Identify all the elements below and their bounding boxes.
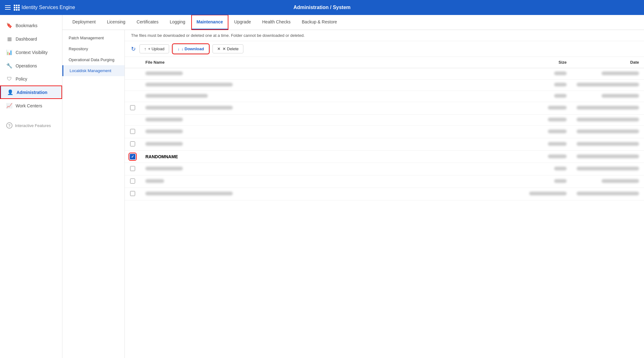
row-filename-3 (140, 91, 524, 102)
tab-logging[interactable]: Logging (165, 15, 190, 30)
delete-button[interactable]: ✕ ✕ Delete (212, 44, 243, 53)
row-date-2 (572, 80, 644, 91)
file-checkbox[interactable] (130, 179, 135, 184)
operations-icon: 🔧 (6, 63, 12, 69)
col-header-filename: File Name (140, 57, 524, 68)
sidebar-item-interactive-features[interactable]: ? Interactive Features (0, 119, 62, 132)
row-date-10 (572, 175, 644, 188)
interactive-features-label: Interactive Features (15, 123, 51, 128)
row-size-11 (524, 188, 572, 200)
table-row (125, 68, 644, 80)
content-area: Patch Management Repository Operational … (62, 30, 644, 358)
sidebar-label-bookmarks: Bookmarks (16, 23, 37, 28)
row-size-3 (524, 91, 572, 102)
file-checkbox[interactable] (130, 105, 135, 110)
cisco-dots-icon (14, 5, 20, 11)
download-button[interactable]: ↓ ↓ Download (173, 44, 209, 53)
submenu-operational-data-purging[interactable]: Operational Data Purging (62, 54, 124, 65)
sidebar-item-policy[interactable]: 🛡 Policy (0, 72, 62, 86)
row-check-1 (125, 68, 140, 80)
sub-menu: Patch Management Repository Operational … (62, 30, 125, 358)
row-check-3 (125, 91, 140, 102)
tab-backup-restore[interactable]: Backup & Restore (297, 15, 342, 30)
row-filename-7 (140, 138, 524, 151)
refresh-icon[interactable]: ↻ (131, 46, 136, 52)
row-filename-1 (140, 68, 524, 80)
sidebar-label-dashboard: Dashboard (16, 37, 37, 42)
row-size-5 (524, 115, 572, 126)
row-filename-9 (140, 163, 524, 175)
delete-label: ✕ Delete (222, 47, 239, 51)
info-bar: The files must be downloaded or deleted … (125, 30, 644, 41)
row-date-11 (572, 188, 644, 200)
row-size-7 (524, 138, 572, 151)
table-row (125, 80, 644, 91)
row-date-randomname (572, 151, 644, 163)
row-filename-11 (140, 188, 524, 200)
table-row (125, 126, 644, 138)
row-check-4[interactable] (125, 102, 140, 115)
sidebar: 🔖 Bookmarks ▦ Dashboard 📊 Context Visibi… (0, 15, 62, 358)
sidebar-label-work-centers: Work Centers (16, 103, 42, 108)
row-size-randomname (524, 151, 572, 163)
tab-health-checks[interactable]: Health Checks (257, 15, 295, 30)
upload-button[interactable]: ↑ + Upload (139, 44, 169, 53)
file-checkbox[interactable] (130, 129, 135, 134)
sidebar-item-administration[interactable]: 👤 Administration (0, 86, 62, 99)
row-filename-randomname: RANDOMNAME (140, 151, 524, 163)
sidebar-label-policy: Policy (16, 76, 27, 81)
row-check-6[interactable] (125, 126, 140, 138)
row-date-4 (572, 102, 644, 115)
toolbar: ↻ ↑ + Upload ↓ ↓ Download ✕ ✕ Delete (125, 41, 644, 57)
row-check-11[interactable] (125, 188, 140, 200)
sidebar-item-work-centers[interactable]: 📈 Work Centers (0, 99, 62, 112)
file-panel: The files must be downloaded or deleted … (125, 30, 644, 358)
table-row (125, 175, 644, 188)
col-header-check (125, 57, 140, 68)
row-check-randomname[interactable] (125, 151, 140, 163)
row-date-9 (572, 163, 644, 175)
file-checkbox[interactable] (130, 191, 135, 196)
page-breadcrumb: Administration / System (216, 5, 427, 10)
checked-checkbox[interactable] (130, 154, 135, 159)
row-filename-5 (140, 115, 524, 126)
row-size-2 (524, 80, 572, 91)
context-visibility-icon: 📊 (6, 49, 12, 55)
tab-maintenance[interactable]: Maintenance (192, 15, 228, 30)
top-nav: Identity Services Engine Administration … (0, 0, 644, 15)
administration-icon: 👤 (7, 89, 13, 95)
submenu-patch-management[interactable]: Patch Management (62, 32, 124, 43)
row-check-10[interactable] (125, 175, 140, 188)
submenu-repository[interactable]: Repository (62, 43, 124, 54)
tab-licensing[interactable]: Licensing (102, 15, 130, 30)
file-checkbox[interactable] (130, 141, 135, 146)
row-check-7[interactable] (125, 138, 140, 151)
col-header-date: Date (572, 57, 644, 68)
sidebar-label-context-visibility: Context Visibility (16, 50, 47, 55)
delete-icon: ✕ (217, 47, 221, 51)
row-filename-10 (140, 175, 524, 188)
cisco-logo: Identity Services Engine (14, 5, 75, 11)
table-row (125, 138, 644, 151)
app-title: Identity Services Engine (22, 5, 75, 10)
hamburger-menu[interactable] (5, 5, 11, 10)
submenu-localdisk-management[interactable]: Localdisk Management (62, 65, 124, 76)
sidebar-item-context-visibility[interactable]: 📊 Context Visibility (0, 46, 62, 59)
tab-deployment[interactable]: Deployment (67, 15, 101, 30)
row-check-9[interactable] (125, 163, 140, 175)
upload-icon: ↑ (144, 47, 146, 51)
row-date-5 (572, 115, 644, 126)
row-date-7 (572, 138, 644, 151)
sidebar-item-dashboard[interactable]: ▦ Dashboard (0, 32, 62, 46)
row-size-4 (524, 102, 572, 115)
file-checkbox[interactable] (130, 166, 135, 171)
tab-upgrade[interactable]: Upgrade (229, 15, 256, 30)
row-check-5 (125, 115, 140, 126)
row-date-6 (572, 126, 644, 138)
dashboard-icon: ▦ (6, 36, 12, 42)
tab-certificates[interactable]: Certificates (132, 15, 163, 30)
sidebar-item-bookmarks[interactable]: 🔖 Bookmarks (0, 19, 62, 32)
row-date-3 (572, 91, 644, 102)
sidebar-label-operations: Operations (16, 63, 37, 68)
sidebar-item-operations[interactable]: 🔧 Operations (0, 59, 62, 72)
